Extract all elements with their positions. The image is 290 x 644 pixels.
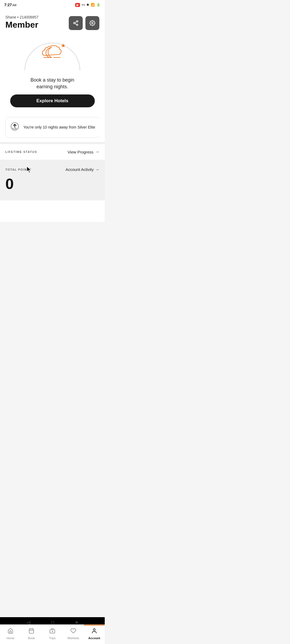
section-divider (0, 142, 105, 144)
promo-card-text: You're only 10 nights away from Silver E… (23, 125, 95, 130)
bluetooth-icon: ✱ (86, 3, 89, 7)
total-points-section: TOTAL POINTS Account Activity → 0 (0, 162, 105, 200)
key-icon: 🗝 (82, 3, 85, 7)
main-content: Shane • 214008857 Member (0, 10, 105, 222)
account-activity-link[interactable]: Account Activity → (66, 167, 99, 172)
status-bar: 7:27AM ▶ 🗝 ✱ 📶 🔋 (0, 0, 105, 10)
wifi-icon: 📶 (91, 3, 95, 7)
user-name: Shane • 214008857 (5, 15, 38, 19)
promo-scroll: You're only 10 nights away from Silver E… (5, 117, 99, 138)
share-button[interactable] (69, 16, 83, 30)
user-info: Shane • 214008857 Member (5, 15, 38, 30)
status-icons: ▶ 🗝 ✱ 📶 🔋 (75, 3, 100, 7)
settings-button[interactable] (85, 16, 99, 30)
arc-container: ★ (17, 35, 87, 73)
progress-section: ★ Book a stay to begin earning nights. E… (0, 33, 105, 113)
svg-line-4 (75, 22, 77, 23)
promo-icon-upgrade (10, 122, 20, 133)
svg-text:★: ★ (61, 42, 66, 49)
svg-line-3 (75, 23, 77, 24)
svg-point-5 (92, 22, 93, 24)
explore-hotels-button[interactable]: Explore Hotels (10, 94, 95, 107)
progress-text: Book a stay to begin earning nights. (30, 77, 74, 90)
section-divider-2 (0, 160, 105, 162)
header: Shane • 214008857 Member (0, 10, 105, 33)
recording-icon: ▶ (75, 3, 80, 7)
points-header: TOTAL POINTS Account Activity → (5, 167, 99, 172)
battery-icon: 🔋 (96, 3, 100, 7)
lifetime-status-label: LIFETIME STATUS (5, 150, 37, 153)
status-time: 7:27AM (4, 3, 16, 7)
promo-section: You're only 10 nights away from Silver E… (0, 113, 105, 142)
total-points-value: 0 (5, 175, 99, 192)
header-actions (69, 16, 99, 30)
lifetime-status-section: LIFETIME STATUS View Progress → (0, 144, 105, 160)
total-points-label: TOTAL POINTS (5, 168, 31, 171)
promo-card-silver[interactable]: You're only 10 nights away from Silver E… (5, 117, 99, 138)
view-progress-link[interactable]: View Progress → (68, 149, 99, 154)
user-title: Member (5, 20, 38, 30)
